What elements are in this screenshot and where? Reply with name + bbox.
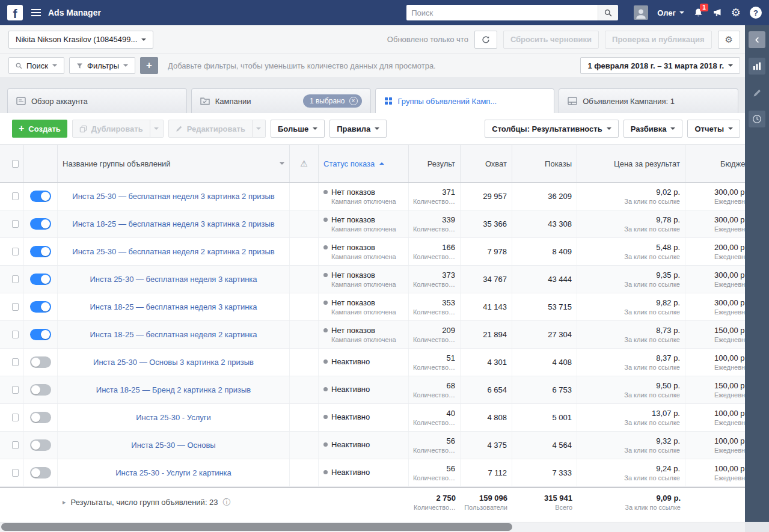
date-range-picker[interactable]: 1 февраля 2018 г. – 31 марта 2018 г. <box>580 57 740 74</box>
table-row[interactable]: Инста 25-30 — Основы Неактивно 56Количес… <box>0 432 745 459</box>
table-row[interactable]: Инста 25-30 — Основы 3 картинка 2 призыв… <box>0 349 745 376</box>
adset-name-link[interactable]: Инста 18-25 — Бренд 2 картинка 2 призыв <box>96 385 251 394</box>
adset-name-link[interactable]: Инста 25-30 - Услуги <box>136 413 210 422</box>
quick-edit-button[interactable] <box>749 84 765 101</box>
search-input[interactable] <box>406 5 598 20</box>
column-header-impressions[interactable]: Показы <box>512 145 577 182</box>
search-icon <box>16 63 22 69</box>
row-checkbox[interactable] <box>12 192 19 200</box>
row-checkbox[interactable] <box>12 303 19 311</box>
column-header-delivery[interactable]: Статус показа <box>319 145 409 182</box>
table-row[interactable]: Инста 25-30 - Услуги 2 картинка Неактивн… <box>0 459 745 487</box>
status-toggle[interactable] <box>30 467 51 478</box>
adset-name-link[interactable]: Инста 25-30 — Основы <box>131 441 215 450</box>
tab-campaigns[interactable]: Кампании 1 выбрано × <box>191 88 371 113</box>
status-toggle[interactable] <box>30 191 51 202</box>
row-checkbox[interactable] <box>12 441 19 449</box>
columns-button[interactable]: Столбцы: Результативность <box>485 120 618 138</box>
select-all-checkbox[interactable] <box>12 160 19 168</box>
row-checkbox[interactable] <box>12 386 19 394</box>
column-header-results[interactable]: Результ <box>409 145 461 182</box>
row-checkbox[interactable] <box>12 469 19 477</box>
column-header-cost[interactable]: Цена за результат <box>577 145 685 182</box>
adset-name-link[interactable]: Инста 25-30 - Услуги 2 картинка <box>115 468 231 477</box>
reports-button[interactable]: Отчеты <box>687 120 740 138</box>
status-toggle[interactable] <box>30 356 51 368</box>
ads-icon <box>568 97 577 105</box>
view-settings-button[interactable]: ⚙ <box>718 31 740 49</box>
review-publish-button[interactable]: Проверка и публикация <box>605 31 712 49</box>
adset-name-link[interactable]: Инста 25-30 — бесплатная неделя 3 картин… <box>90 275 257 284</box>
deselect-icon[interactable]: × <box>349 97 358 105</box>
discard-drafts-button[interactable]: Сбросить черновики <box>503 31 599 49</box>
adset-name-link[interactable]: Инста 18-25 — бесплатная неделя 2 картин… <box>90 330 257 339</box>
table-row[interactable]: Инста 18-25 — бесплатная неделя 2 картин… <box>0 321 745 349</box>
scrollbar-thumb[interactable] <box>1 523 512 531</box>
refresh-button[interactable] <box>474 31 497 49</box>
announcements-button[interactable] <box>712 8 722 17</box>
menu-icon[interactable] <box>31 9 41 16</box>
table-row[interactable]: Инста 18-25 — бесплатная неделя 3 картин… <box>0 210 745 238</box>
adset-name-link[interactable]: Инста 25-30 — Основы 3 картинка 2 призыв <box>93 358 254 367</box>
tab-ads[interactable]: Объявления Кампания: 1 <box>559 88 738 113</box>
tab-account-overview[interactable]: Обзор аккаунта <box>7 88 187 113</box>
horizontal-scrollbar[interactable] <box>0 522 745 532</box>
filter-search-button[interactable]: Поиск <box>8 57 64 74</box>
status-toggle[interactable] <box>30 439 51 451</box>
edit-menu-button[interactable] <box>253 120 266 138</box>
status-toggle[interactable] <box>30 246 51 257</box>
status-toggle[interactable] <box>30 274 51 285</box>
info-icon[interactable]: ⓘ <box>223 497 231 508</box>
table-row[interactable]: Инста 18-25 — Бренд 2 картинка 2 призыв … <box>0 376 745 404</box>
status-dot <box>323 415 328 419</box>
status-toggle[interactable] <box>30 412 51 423</box>
facebook-logo[interactable]: f <box>7 5 23 20</box>
adset-name-link[interactable]: Инста 18-25 — бесплатная неделя 3 картин… <box>72 219 274 228</box>
status-toggle[interactable] <box>30 218 51 230</box>
account-selector[interactable]: Nikita Nikson Krasilov (10845499... <box>8 31 153 49</box>
status-toggle[interactable] <box>30 301 51 313</box>
search-button[interactable] <box>598 5 618 20</box>
column-header-name[interactable]: Название группы объявлений <box>58 145 290 182</box>
add-filter-button[interactable]: + <box>140 57 158 74</box>
duplicate-button[interactable]: Дублировать <box>72 120 150 138</box>
activity-history-button[interactable] <box>749 111 765 127</box>
duplicate-menu-button[interactable] <box>150 120 164 138</box>
help-icon[interactable]: ? <box>750 7 762 19</box>
breakdown-button[interactable]: Разбивка <box>623 120 683 138</box>
settings-button[interactable]: ⚙ <box>731 7 741 18</box>
table-row[interactable]: Инста 25-30 - Услуги Неактивно 40Количес… <box>0 404 745 432</box>
adset-name-link[interactable]: Инста 25-30 — бесплатная неделя 2 картин… <box>72 247 274 256</box>
table-row[interactable]: Инста 25-30 — бесплатная неделя 3 картин… <box>0 266 745 293</box>
expand-caret-icon[interactable]: ▸ <box>63 498 66 506</box>
column-header-reach[interactable]: Охват <box>461 145 512 182</box>
tab-adsets[interactable]: Группы объявлений Камп... <box>375 88 555 113</box>
filters-button[interactable]: Фильтры <box>69 57 135 74</box>
status-toggle[interactable] <box>30 329 51 340</box>
status-toggle[interactable] <box>30 384 51 396</box>
row-checkbox[interactable] <box>12 331 19 338</box>
edit-button[interactable]: Редактировать <box>168 120 253 138</box>
table-row[interactable]: Инста 25-30 — бесплатная неделя 2 картин… <box>0 238 745 266</box>
row-checkbox[interactable] <box>12 414 19 421</box>
table-row[interactable]: Инста 25-30 — бесплатная неделя 3 картин… <box>0 183 745 210</box>
create-button[interactable]: + Создать <box>12 120 67 138</box>
table-row[interactable]: Инста 18-25 — бесплатная неделя 3 картин… <box>0 293 745 321</box>
avatar[interactable] <box>634 5 648 20</box>
notifications-button[interactable]: 1 <box>693 8 703 18</box>
row-checkbox[interactable] <box>12 248 19 255</box>
selected-count-label: 1 выбрано <box>310 97 345 105</box>
column-header-budget[interactable]: Бюджет <box>685 145 745 182</box>
performance-charts-button[interactable] <box>749 58 765 75</box>
collapse-panel-button[interactable] <box>749 31 765 48</box>
adset-name-link[interactable]: Инста 18-25 — бесплатная неделя 3 картин… <box>90 302 257 311</box>
row-checkbox[interactable] <box>12 220 19 228</box>
more-button[interactable]: Больше <box>271 120 325 138</box>
row-checkbox[interactable] <box>12 275 19 283</box>
adset-name-link[interactable]: Инста 25-30 — бесплатная неделя 3 картин… <box>72 192 274 201</box>
column-header-issues[interactable]: ⚠ <box>290 145 319 182</box>
row-checkbox[interactable] <box>12 358 19 366</box>
rules-button[interactable]: Правила <box>329 120 387 138</box>
results-summary[interactable]: ▸ Результаты, число групп объявлений: 23… <box>7 488 409 517</box>
user-menu[interactable]: Олег <box>657 8 684 17</box>
